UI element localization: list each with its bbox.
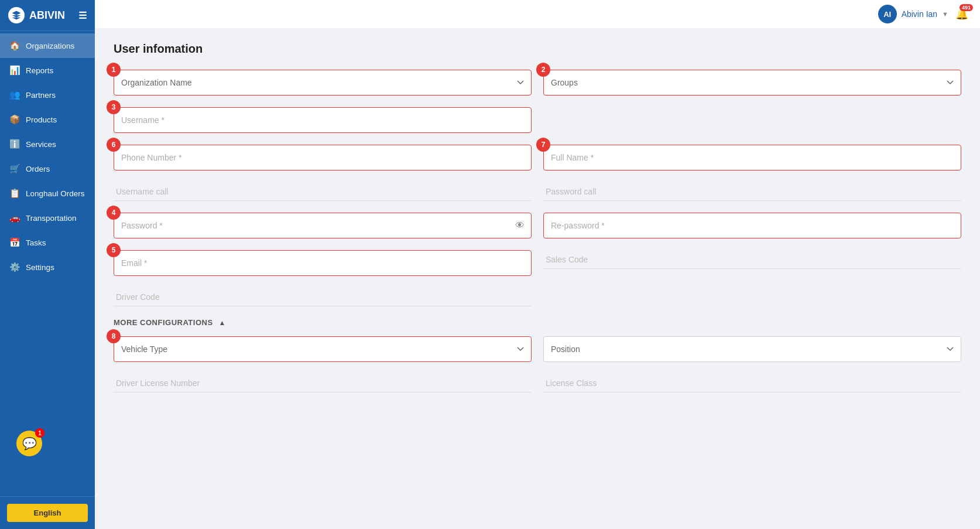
sidebar-item-label: Partners — [26, 91, 56, 100]
username-input[interactable] — [114, 107, 532, 133]
sidebar-item-longhaul[interactable]: 📋 Longhaul Orders — [0, 181, 95, 206]
reports-icon: 📊 — [9, 65, 20, 76]
services-icon: ℹ️ — [9, 139, 20, 149]
more-config-section: MORE CONFIGURATIONS ▲ — [114, 318, 961, 327]
sidebar-item-label: Longhaul Orders — [26, 189, 85, 198]
sidebar-item-reports[interactable]: 📊 Reports — [0, 58, 95, 83]
sidebar-item-partners[interactable]: 👥 Partners — [0, 83, 95, 107]
sidebar: ABIVIN ☰ 🏠 Organizations 📊 Reports 👥 Par… — [0, 0, 95, 529]
step-badge-7: 7 — [536, 138, 550, 152]
collapse-icon[interactable]: ▲ — [219, 319, 226, 327]
email-input[interactable] — [114, 250, 532, 276]
avatar: AI — [878, 5, 897, 23]
sales-code-input[interactable] — [543, 250, 961, 269]
sidebar-item-label: Products — [26, 115, 57, 124]
empty-field-1 — [543, 107, 961, 133]
license-class-field — [543, 374, 961, 393]
vehicle-type-field: 8 Vehicle Type — [114, 336, 532, 362]
sidebar-item-settings[interactable]: ⚙️ Settings — [0, 255, 95, 279]
sidebar-bottom: English — [0, 496, 95, 529]
sidebar-item-label: Tasks — [26, 238, 46, 247]
groups-select[interactable]: Groups — [543, 70, 961, 95]
chat-icon: 💬 — [22, 436, 37, 450]
license-class-input[interactable] — [543, 374, 961, 393]
phone-input[interactable] — [114, 145, 532, 170]
sidebar-item-label: Organizations — [26, 42, 74, 50]
header: AI Abivin Ian ▼ 🔔 491 — [95, 0, 980, 28]
form-row-6: 5 — [114, 250, 961, 276]
sidebar-item-label: Services — [26, 140, 56, 149]
page-title: User infomation — [114, 42, 961, 56]
transportation-icon: 🚗 — [9, 213, 20, 223]
sales-code-field — [543, 250, 961, 276]
partners-icon: 👥 — [9, 90, 20, 100]
form-row-2: 3 — [114, 107, 961, 133]
step-badge-6: 6 — [107, 138, 121, 152]
repassword-field — [543, 213, 961, 238]
longhaul-icon: 📋 — [9, 188, 20, 199]
form-row-5: 4 👁 — [114, 213, 961, 238]
org-name-field: 1 Organization Name — [114, 70, 532, 95]
more-config-label: MORE CONFIGURATIONS — [114, 318, 213, 327]
form-row-4 — [114, 182, 961, 201]
form-row-1: 1 Organization Name 2 Groups — [114, 70, 961, 95]
sidebar-item-label: Transportation — [26, 214, 77, 223]
hamburger-icon[interactable]: ☰ — [78, 10, 87, 21]
driver-code-input[interactable] — [114, 288, 532, 306]
sidebar-item-orders[interactable]: 🛒 Orders — [0, 156, 95, 181]
driver-license-field — [114, 374, 532, 393]
password-eye-icon[interactable]: 👁 — [515, 220, 525, 231]
org-name-select[interactable]: Organization Name — [114, 70, 532, 95]
position-select[interactable]: Position — [543, 336, 961, 362]
phone-field: 6 — [114, 145, 532, 170]
fullname-input[interactable] — [543, 145, 961, 170]
step-badge-5: 5 — [107, 243, 121, 257]
position-field: Position — [543, 336, 961, 362]
step-badge-4: 4 — [107, 206, 121, 220]
logo-text: ABIVIN — [29, 9, 65, 22]
sidebar-logo: ABIVIN ☰ — [0, 0, 95, 31]
main-content: AI Abivin Ian ▼ 🔔 491 User infomation 1 … — [95, 0, 980, 529]
password-input[interactable] — [114, 213, 532, 238]
products-icon: 📦 — [9, 114, 20, 125]
password-call-input[interactable] — [543, 182, 961, 201]
home-icon: 🏠 — [9, 40, 20, 51]
form-row-3: 6 7 — [114, 145, 961, 170]
orders-icon: 🛒 — [9, 163, 20, 174]
password-field: 4 👁 — [114, 213, 532, 238]
driver-license-input[interactable] — [114, 374, 532, 393]
sidebar-item-label: Orders — [26, 165, 50, 173]
step-badge-8: 8 — [107, 329, 121, 343]
sidebar-item-organizations[interactable]: 🏠 Organizations — [0, 33, 95, 58]
page-content: User infomation 1 Organization Name 2 Gr… — [95, 28, 980, 529]
user-menu[interactable]: AI Abivin Ian ▼ — [878, 5, 948, 23]
sidebar-item-tasks[interactable]: 📅 Tasks — [0, 230, 95, 255]
sidebar-item-label: Reports — [26, 66, 53, 75]
chat-badge: 1 — [35, 428, 44, 438]
fullname-field: 7 — [543, 145, 961, 170]
logo-icon — [8, 7, 25, 23]
notification-badge: 491 — [960, 4, 973, 11]
groups-field: 2 Groups — [543, 70, 961, 95]
driver-code-field — [114, 288, 532, 306]
email-field: 5 — [114, 250, 532, 276]
step-badge-3: 3 — [107, 100, 121, 114]
vehicle-type-select[interactable]: Vehicle Type — [114, 336, 532, 362]
repassword-input[interactable] — [543, 213, 961, 238]
form-row-7 — [114, 288, 961, 306]
username-field: 3 — [114, 107, 532, 133]
tasks-icon: 📅 — [9, 237, 20, 248]
empty-field-2 — [543, 288, 961, 306]
sidebar-item-transportation[interactable]: 🚗 Transportation — [0, 206, 95, 230]
language-button[interactable]: English — [7, 504, 88, 522]
form-row-8: 8 Vehicle Type Position — [114, 336, 961, 362]
notification-button[interactable]: 🔔 491 — [955, 8, 968, 21]
chevron-down-icon: ▼ — [942, 11, 948, 18]
username-call-input[interactable] — [114, 182, 532, 201]
step-badge-2: 2 — [536, 63, 550, 77]
chat-bubble-button[interactable]: 💬 1 — [16, 431, 42, 456]
form-row-9 — [114, 374, 961, 393]
sidebar-item-services[interactable]: ℹ️ Services — [0, 132, 95, 156]
username-call-field — [114, 182, 532, 201]
sidebar-item-products[interactable]: 📦 Products — [0, 107, 95, 132]
